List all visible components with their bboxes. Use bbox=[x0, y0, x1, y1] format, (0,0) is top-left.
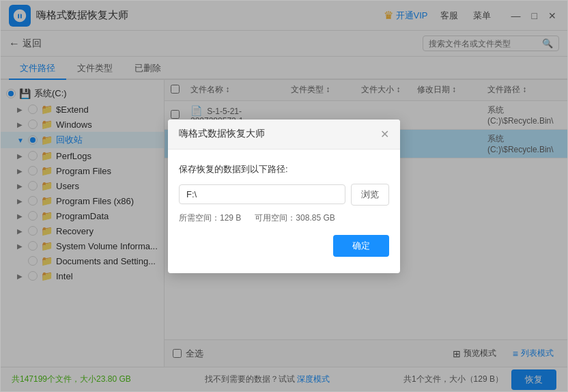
modal-body: 保存恢复的数据到以下路径: 浏览 所需空间：129 B 可用空间：308.85 … bbox=[168, 150, 400, 273]
modal-header: 嗨格式数据恢复大师 ✕ bbox=[168, 120, 400, 150]
modal-description: 保存恢复的数据到以下路径: bbox=[179, 163, 389, 176]
confirm-button[interactable]: 确定 bbox=[333, 235, 389, 257]
save-path-modal: 嗨格式数据恢复大师 ✕ 保存恢复的数据到以下路径: 浏览 所需空间：129 B … bbox=[168, 120, 400, 273]
modal-footer: 确定 bbox=[179, 235, 389, 260]
modal-close-btn[interactable]: ✕ bbox=[380, 128, 389, 141]
browse-button[interactable]: 浏览 bbox=[351, 184, 389, 206]
modal-input-row: 浏览 bbox=[179, 184, 389, 206]
space-needed: 所需空间：129 B bbox=[179, 212, 241, 224]
space-available: 可用空间：308.85 GB bbox=[255, 212, 335, 224]
modal-title: 嗨格式数据恢复大师 bbox=[179, 128, 265, 140]
save-path-input[interactable] bbox=[179, 184, 345, 204]
modal-overlay: 嗨格式数据恢复大师 ✕ 保存恢复的数据到以下路径: 浏览 所需空间：129 B … bbox=[1, 1, 567, 391]
modal-space-info: 所需空间：129 B 可用空间：308.85 GB bbox=[179, 212, 389, 224]
